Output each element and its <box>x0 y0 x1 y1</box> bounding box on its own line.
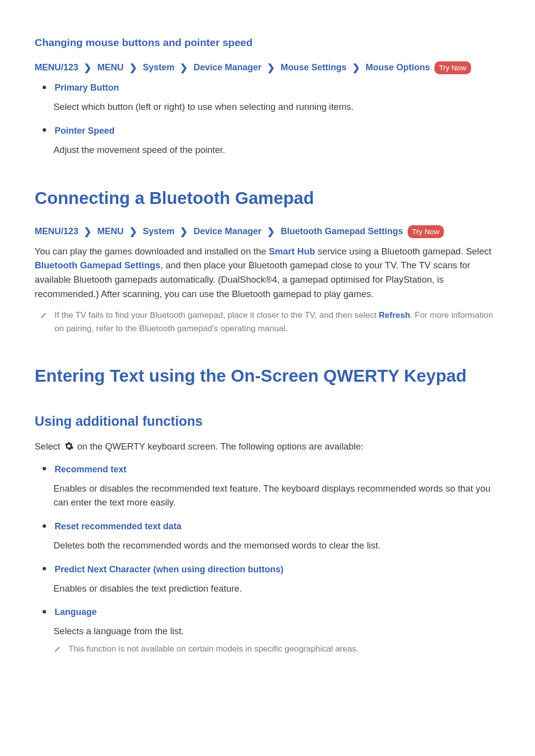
text: If the TV fails to find your Bluetooth g… <box>54 310 379 320</box>
gear-icon <box>64 443 76 453</box>
section-subtitle-mouse: Changing mouse buttons and pointer speed <box>35 35 500 51</box>
chevron-right-icon: ❯ <box>267 60 275 75</box>
feature-desc: Deletes both the recommended words and t… <box>54 539 500 553</box>
note-gamepad: If the TV fails to find your Bluetooth g… <box>40 309 500 335</box>
feature-title: Language <box>54 607 97 617</box>
list-item: Primary Button Select which button (left… <box>54 80 500 114</box>
page-title-gamepad: Connecting a Bluetooth Gamepad <box>35 185 500 211</box>
try-now-button[interactable]: Try Now <box>434 61 471 74</box>
feature-list-mouse: Primary Button Select which button (left… <box>35 80 500 157</box>
chevron-right-icon: ❯ <box>129 224 137 239</box>
bc-item[interactable]: MENU/123 <box>35 226 78 236</box>
bc-item[interactable]: Device Manager <box>194 62 262 72</box>
bc-item[interactable]: MENU <box>98 62 124 72</box>
bullet-icon <box>43 524 46 528</box>
bc-item[interactable]: Device Manager <box>194 226 262 236</box>
note-language: This function is not available on certai… <box>54 643 500 657</box>
feature-title: Recommend text <box>54 464 126 474</box>
chevron-right-icon: ❯ <box>267 224 275 239</box>
try-now-button[interactable]: Try Now <box>408 225 444 238</box>
feature-desc: Enables or disables the text prediction … <box>54 582 500 596</box>
pencil-icon <box>54 644 61 657</box>
bc-item[interactable]: MENU <box>98 226 124 236</box>
text: This function is not available on certai… <box>68 643 500 655</box>
qwerty-intro: Select on the QWERTY keyboard screen. Th… <box>35 440 500 454</box>
smart-hub-link[interactable]: Smart Hub <box>268 246 315 256</box>
list-item: Recommend text Enables or disables the r… <box>54 462 500 510</box>
text: service using a Bluetooth gamepad. Selec… <box>315 246 491 256</box>
breadcrumb-mouse: MENU/123 ❯ MENU ❯ System ❯ Device Manage… <box>35 60 500 75</box>
feature-title: Reset recommended text data <box>54 521 181 531</box>
feature-title: Primary Button <box>54 83 119 93</box>
breadcrumb-gamepad: MENU/123 ❯ MENU ❯ System ❯ Device Manage… <box>35 224 500 239</box>
bullet-icon <box>43 467 46 470</box>
page-title-qwerty: Entering Text using the On-Screen QWERTY… <box>35 362 500 389</box>
feature-desc: Enables or disables the recommended text… <box>54 482 500 510</box>
bullet-icon <box>43 86 46 89</box>
text: on the QWERTY keyboard screen. The follo… <box>77 441 364 452</box>
bt-settings-link[interactable]: Bluetooth Gamepad Settings <box>35 260 160 270</box>
bc-item[interactable]: System <box>143 62 174 72</box>
chevron-right-icon: ❯ <box>180 224 188 239</box>
section-subtitle-qwerty: Using additional functions <box>35 411 500 432</box>
bc-item[interactable]: MENU/123 <box>35 62 78 72</box>
feature-title: Predict Next Character (when using direc… <box>54 564 283 574</box>
feature-title: Pointer Speed <box>54 126 114 136</box>
bc-item[interactable]: System <box>143 226 174 236</box>
bc-item[interactable]: Mouse Options <box>366 62 430 72</box>
text: You can play the games downloaded and in… <box>35 246 268 256</box>
feature-desc: Adjust the movement speed of the pointer… <box>54 143 500 157</box>
chevron-right-icon: ❯ <box>84 224 92 239</box>
chevron-right-icon: ❯ <box>352 60 360 75</box>
feature-desc: Selects a language from the list. <box>54 624 500 639</box>
feature-desc: Select which button (left or right) to u… <box>54 100 500 114</box>
bc-item[interactable]: Mouse Settings <box>280 62 346 72</box>
feature-list-qwerty: Recommend text Enables or disables the r… <box>35 462 500 657</box>
bullet-icon <box>43 567 46 570</box>
bullet-icon <box>43 610 46 613</box>
bullet-icon <box>43 128 46 132</box>
pencil-icon <box>40 310 48 323</box>
gamepad-paragraph: You can play the games downloaded and in… <box>35 245 500 302</box>
chevron-right-icon: ❯ <box>84 60 92 75</box>
list-item: Reset recommended text data Deletes both… <box>54 519 500 553</box>
text: Select <box>35 441 63 452</box>
list-item: Language Selects a language from the lis… <box>54 605 500 657</box>
list-item: Predict Next Character (when using direc… <box>54 562 500 596</box>
chevron-right-icon: ❯ <box>180 60 188 75</box>
list-item: Pointer Speed Adjust the movement speed … <box>54 123 500 157</box>
bc-item[interactable]: Bluetooth Gamepad Settings <box>280 226 403 236</box>
chevron-right-icon: ❯ <box>129 60 137 75</box>
refresh-link[interactable]: Refresh <box>379 310 410 320</box>
